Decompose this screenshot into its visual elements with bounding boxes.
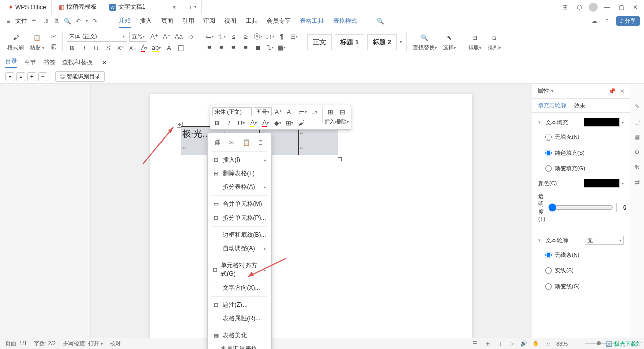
sectab-toc[interactable]: 目录 [5, 57, 17, 68]
style-more-icon[interactable]: ▾ [400, 40, 402, 44]
sb-page-icon[interactable]: ▯ [496, 340, 503, 347]
mini-brush-icon[interactable]: 🖌 [297, 118, 307, 127]
outline-select[interactable]: 无▾ [585, 236, 624, 245]
app-tab[interactable]: ✦ WPS Office [3, 0, 52, 14]
decrease-font-icon[interactable]: A⁻ [162, 32, 172, 41]
sb-fit-icon[interactable]: ⊡ [544, 340, 551, 347]
select-group[interactable]: ⬉ 选择▾ [441, 33, 458, 51]
radio-no-fill[interactable]: 无填充(N) [538, 132, 624, 143]
radio-solid-line[interactable]: 实线(S) [538, 265, 624, 276]
cloud-icon[interactable]: ☁ [590, 17, 598, 25]
sectab-close-icon[interactable]: ✕ [102, 59, 107, 66]
tab-member[interactable]: 会员专享 [267, 15, 291, 27]
transparency-slider[interactable] [548, 203, 613, 212]
rp-tab-fill[interactable]: 填充与轮廓 [538, 102, 566, 109]
mini-border-icon[interactable]: ⊞▾ [285, 118, 295, 127]
cut-icon[interactable]: ✂ [48, 32, 58, 41]
tab-table-tools[interactable]: 表格工具 [300, 15, 324, 27]
zoom-out-icon[interactable]: − [573, 340, 580, 347]
tab-table-style[interactable]: 表格样式 [333, 15, 357, 27]
canvas-area[interactable]: ✥ 极·光… ↵ ↵ ↵ ↵ ↵ ↵ ↵ [91, 84, 532, 349]
fill-swatch[interactable] [584, 118, 620, 127]
sectab-findreplace[interactable]: 查找和替换 [62, 58, 93, 67]
radio-gradient-fill[interactable]: 渐变填充(G) [538, 163, 624, 174]
distribute-icon[interactable]: ≣ [253, 43, 263, 52]
font-size-select[interactable]: 五号▾ [129, 32, 147, 42]
nav-minus-icon[interactable]: − [38, 72, 47, 81]
sb-hand-icon[interactable]: ✋ [532, 340, 539, 347]
tab-page[interactable]: 页面 [161, 15, 173, 27]
mini-align-icon[interactable]: ≡▾ [310, 107, 320, 116]
clear-format-icon[interactable]: ◇ [186, 32, 196, 41]
nav-down-icon[interactable]: ▾ [5, 72, 14, 81]
sb-book-icon[interactable]: ☰ [472, 340, 479, 347]
template-tab[interactable]: ◧ 找稻壳模板 [54, 0, 102, 14]
ctx-table-beautify[interactable]: ▦表格美化 [208, 329, 271, 342]
undo-chevron-icon[interactable]: ▾ [86, 19, 88, 23]
strikethrough-icon[interactable]: S [103, 44, 113, 53]
open-icon[interactable]: 🗀 [30, 17, 38, 25]
status-page[interactable]: 页面: 1/1 [5, 340, 27, 347]
align-right-icon[interactable]: ≡ [228, 43, 238, 52]
decrease-indent-icon[interactable]: ≤ [228, 32, 238, 41]
tab-review[interactable]: 审阅 [203, 15, 215, 27]
style-heading2[interactable]: 标题 2 [367, 34, 397, 50]
new-tab-chevron-icon[interactable]: ▾ [194, 5, 196, 9]
copy-icon[interactable]: 🗐 [48, 43, 58, 52]
print-icon[interactable]: 🖶 [52, 17, 60, 25]
align-justify-icon[interactable]: ≡ [240, 43, 251, 52]
sidebar-pen-icon[interactable]: ✎ [633, 103, 641, 111]
tab-insert[interactable]: 插入 [140, 15, 152, 27]
align-left-icon[interactable]: ≡ [204, 43, 214, 52]
redo-icon[interactable]: ↷ [91, 17, 99, 25]
char-border-icon[interactable]: 囗 [176, 44, 186, 53]
table-cell[interactable]: ↵ [298, 141, 338, 155]
sb-grid-icon[interactable]: ⊞ [484, 340, 491, 347]
tab-reference[interactable]: 引用 [182, 15, 194, 27]
ctx-autofit[interactable]: 自动调整(A)▸ [208, 242, 271, 255]
ctx-insert[interactable]: ⊞插入(I)▸ [208, 153, 271, 167]
nav-up-icon[interactable]: ▴ [16, 72, 25, 81]
ctx-table-props[interactable]: 表格属性(R)... [208, 312, 271, 325]
mini-font-select[interactable]: 宋体 (正文) [212, 107, 252, 116]
align-center-icon[interactable]: ≡ [216, 43, 226, 52]
section-caret-icon[interactable]: ▾ [538, 120, 541, 125]
arrange2-group[interactable]: ⧉ 排列▾ [486, 33, 503, 51]
mini-size-select[interactable]: 五号▾ [254, 107, 272, 116]
sectab-bookmark[interactable]: 书签 [43, 58, 55, 67]
status-words[interactable]: 字数: 2/2 [34, 340, 55, 347]
mini-underline-icon[interactable]: U▾ [236, 118, 247, 127]
number-list-icon[interactable]: ⒈▾ [216, 32, 226, 41]
tab-start[interactable]: 开始 [119, 14, 131, 28]
save-icon[interactable]: 🖫 [41, 17, 49, 25]
style-heading1[interactable]: 标题 1 [335, 34, 364, 50]
ctx-copy-icon[interactable]: 🗐 [213, 137, 223, 148]
file-menu[interactable]: 文件 [15, 17, 27, 25]
maximize-button[interactable]: ▢ [617, 3, 626, 12]
color-swatch[interactable] [584, 179, 620, 188]
font-color-icon[interactable]: A▾ [139, 44, 149, 53]
status-proof[interactable]: 校对 [110, 340, 121, 347]
sidebar-tools-icon[interactable]: 🛠 [633, 163, 641, 171]
new-tab-button[interactable]: + ▾ [183, 0, 201, 14]
sidebar-minus-icon[interactable]: — [633, 88, 641, 96]
panel-close-icon[interactable]: ✕ [620, 88, 625, 95]
ctx-caption[interactable]: ⊟题注(Z)... [208, 298, 271, 312]
phonetic-icon[interactable]: A̤ [164, 44, 174, 53]
line-spacing-icon[interactable]: ⇅▾ [265, 43, 275, 52]
paste-group[interactable]: 📋 粘贴 ▾ [28, 33, 46, 51]
close-button[interactable]: ✕ [631, 3, 640, 12]
ctx-split-table[interactable]: 拆分表格(A)▸ [208, 180, 271, 194]
format-brush-group[interactable]: 🖌 格式刷 [5, 33, 26, 51]
preview-icon[interactable]: 🔍 [63, 17, 71, 25]
tab-view[interactable]: 视图 [224, 15, 236, 27]
collapse-ribbon-icon[interactable]: ⌃ [603, 17, 611, 25]
search-icon[interactable]: 🔍 [376, 17, 384, 25]
sb-play-icon[interactable]: ▷ [508, 340, 515, 347]
shading-icon[interactable]: ▦▾ [277, 43, 287, 52]
change-case-icon[interactable]: Aa [174, 32, 184, 41]
find-replace-group[interactable]: 🔍 查找替换▾ [411, 33, 439, 51]
tab-tools[interactable]: 工具 [246, 15, 258, 27]
nav-plus-icon[interactable]: + [27, 72, 36, 81]
undo-icon[interactable]: ↶ [74, 17, 83, 25]
